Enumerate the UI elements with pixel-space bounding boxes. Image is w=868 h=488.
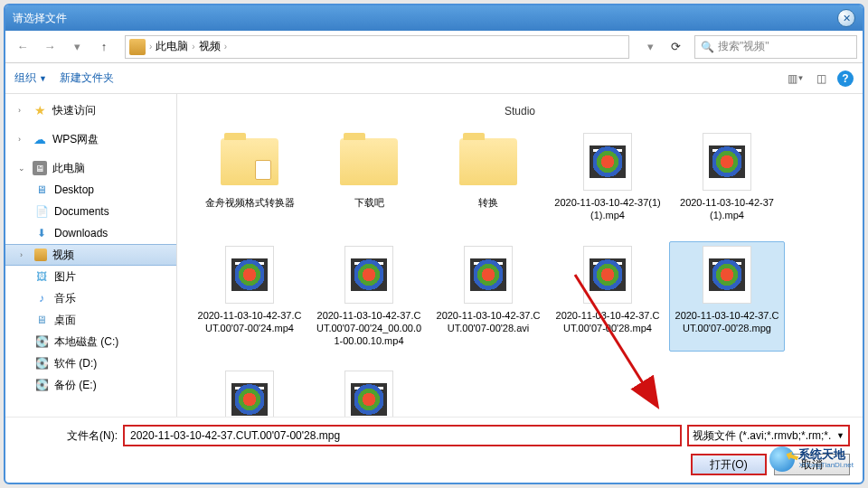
forward-button[interactable]: →: [38, 35, 61, 59]
file-item[interactable]: 2020-11-03-10-42-37.CUT.00'07-00'28.mp4: [550, 241, 665, 352]
window-title: 请选择文件: [13, 11, 837, 26]
sidebar-this-pc[interactable]: ⌄ 🖥 此电脑: [5, 157, 176, 179]
chevron-right-icon: ›: [20, 250, 29, 259]
video-file-icon: [692, 133, 762, 191]
disk-icon: 💽: [34, 334, 49, 349]
watermark: 系统天地 XiTongTianDi.net: [769, 446, 854, 472]
sidebar-disk-e[interactable]: 💽 备份 (E:): [5, 374, 176, 396]
folder-icon: [453, 133, 524, 191]
nav-bar: ← → ▾ ↑ › 此电脑 › 视频 › ▾ ⟳ 🔍 搜索"视频": [5, 31, 863, 63]
recent-dropdown[interactable]: ▾: [65, 35, 89, 59]
disk-icon: 💽: [34, 378, 49, 392]
sidebar-music[interactable]: ♪ 音乐: [5, 287, 176, 309]
filetype-select[interactable]: 视频文件 (*.avi;*.rmvb;*.rm;*. ▼: [687, 425, 850, 446]
filename-label: 文件名(N):: [18, 428, 118, 444]
file-item[interactable]: 2020-11-03-10-42-37(1).mp4: [669, 128, 785, 227]
file-name-label: 2020-11-03-10-42-37.CUT.00'07-00'28.mpg: [672, 309, 782, 335]
view-options-button[interactable]: ▥ ▼: [787, 70, 805, 88]
music-icon: ♪: [34, 291, 49, 305]
video-file-icon: [692, 246, 762, 304]
file-name-label: 2020-11-03-10-42-37.CUT.00'07-00'24.mp4: [194, 309, 305, 335]
file-name-label: 2020-11-03-10-42-37.CUT.00'07-00'24_00.0…: [314, 309, 424, 348]
file-item[interactable]: 2020-11-03-10-42-37.mp4: [311, 366, 427, 417]
folder-icon: [129, 39, 146, 55]
up-button[interactable]: ↑: [92, 35, 116, 59]
sidebar-videos[interactable]: › 视频: [5, 244, 176, 266]
download-icon: ⬇: [34, 226, 49, 240]
sidebar-desktop2[interactable]: 🖥 桌面: [5, 309, 176, 331]
search-input[interactable]: 🔍 搜索"视频": [694, 35, 857, 59]
cloud-icon: ☁: [33, 132, 47, 146]
preview-pane-button[interactable]: ◫: [812, 70, 830, 88]
file-name-label: 金舟视频格式转换器: [194, 196, 305, 209]
toolbar: 组织 ▼ 新建文件夹 ▥ ▼ ◫ ?: [5, 63, 863, 94]
desktop-icon: 🖥: [34, 183, 49, 197]
file-item[interactable]: 2020-11-03-10-42-37.CUT.00'07-00'28.avi: [430, 241, 546, 352]
file-name-label: 转换: [433, 196, 543, 209]
video-file-icon: [572, 133, 643, 191]
video-file-icon: [572, 246, 643, 304]
sidebar-quick-access[interactable]: › ★ 快速访问: [5, 99, 176, 121]
file-item[interactable]: 2020-11-03-10-42-37(1)(1).mp4: [550, 128, 665, 227]
chevron-right-icon: ›: [18, 135, 27, 144]
chevron-down-icon: ▼: [39, 74, 47, 83]
file-item[interactable]: 2020-11-03-10-42-37.CUT.00'07-00'24_00.0…: [311, 241, 427, 352]
filename-input[interactable]: [123, 425, 682, 446]
chevron-right-icon: ›: [192, 42, 194, 52]
breadcrumb-item[interactable]: 此电脑: [156, 39, 188, 54]
watermark-main: 系统天地: [798, 448, 854, 461]
watermark-sub: XiTongTianDi.net: [798, 462, 854, 470]
folder-icon: [214, 133, 285, 191]
chevron-right-icon: ›: [18, 106, 27, 115]
file-name-label: 2020-11-03-10-42-37.CUT.00'07-00'28.mp4: [552, 309, 663, 335]
new-folder-button[interactable]: 新建文件夹: [60, 70, 114, 86]
refresh-button[interactable]: ⟳: [664, 35, 687, 59]
sidebar-documents[interactable]: 📄 Documents: [5, 201, 176, 222]
chevron-right-icon: ›: [224, 42, 227, 52]
video-file-icon: [214, 246, 285, 304]
star-icon: ★: [33, 103, 47, 117]
search-placeholder: 搜索"视频": [718, 39, 769, 54]
breadcrumb[interactable]: › 此电脑 › 视频 ›: [125, 35, 629, 59]
file-item[interactable]: 2020-11-03-10-42-37.CUT.00'07-00'28.mpg: [669, 241, 785, 352]
folder-icon: [334, 133, 404, 191]
group-header: Studio: [190, 105, 850, 117]
chevron-down-icon: ▼: [836, 431, 844, 440]
chevron-right-icon: ›: [149, 42, 152, 52]
close-button[interactable]: ✕: [837, 9, 855, 27]
sidebar-disk-d[interactable]: 💽 软件 (D:): [5, 352, 176, 374]
sidebar-pictures[interactable]: 🖼 图片: [5, 266, 176, 287]
folder-item[interactable]: 金舟视频格式转换器: [192, 128, 307, 227]
disk-icon: 💽: [34, 356, 49, 371]
file-name-label: 下载吧: [314, 196, 424, 209]
breadcrumb-dropdown[interactable]: ▾: [638, 35, 662, 59]
picture-icon: 🖼: [34, 269, 49, 284]
breadcrumb-item[interactable]: 视频: [199, 39, 221, 54]
pc-icon: 🖥: [33, 161, 47, 175]
sidebar-wps[interactable]: › ☁ WPS网盘: [5, 128, 176, 150]
file-name-label: 2020-11-03-10-42-37(1).mp4: [672, 196, 782, 222]
video-icon: [34, 249, 47, 261]
folder-item[interactable]: 下载吧: [311, 128, 427, 227]
file-item[interactable]: 2020-11-03-10-42-37.CUT.00'07-00'24.mp4: [192, 241, 307, 352]
file-item[interactable]: 2020-11-03-10-42-37.CUT.00'07-00'28.vob: [192, 366, 307, 417]
file-grid: Studio 金舟视频格式转换器下载吧转换2020-11-03-10-42-37…: [177, 94, 863, 417]
desktop-icon: 🖥: [34, 313, 49, 327]
back-button[interactable]: ←: [11, 35, 34, 59]
sidebar: › ★ 快速访问 › ☁ WPS网盘 ⌄ 🖥 此电脑 🖥 Desktop 📄: [5, 94, 177, 417]
document-icon: 📄: [34, 204, 49, 219]
titlebar: 请选择文件 ✕: [5, 5, 863, 31]
file-name-label: 2020-11-03-10-42-37(1)(1).mp4: [552, 196, 663, 222]
video-file-icon: [334, 371, 404, 417]
sidebar-disk-c[interactable]: 💽 本地磁盘 (C:): [5, 331, 176, 352]
video-file-icon: [334, 246, 404, 304]
open-button[interactable]: 打开(O): [691, 454, 767, 475]
sidebar-desktop[interactable]: 🖥 Desktop: [5, 179, 176, 201]
sidebar-downloads[interactable]: ⬇ Downloads: [5, 222, 176, 244]
file-name-label: 2020-11-03-10-42-37.CUT.00'07-00'28.avi: [433, 309, 543, 335]
organize-button[interactable]: 组织 ▼: [14, 70, 47, 86]
footer: 文件名(N): 视频文件 (*.avi;*.rmvb;*.rm;*. ▼ 打开(…: [5, 417, 863, 483]
help-button[interactable]: ?: [837, 70, 854, 87]
file-dialog: 请选择文件 ✕ ← → ▾ ↑ › 此电脑 › 视频 › ▾ ⟳ 🔍 搜索"视频…: [4, 4, 864, 484]
folder-item[interactable]: 转换: [430, 128, 546, 227]
